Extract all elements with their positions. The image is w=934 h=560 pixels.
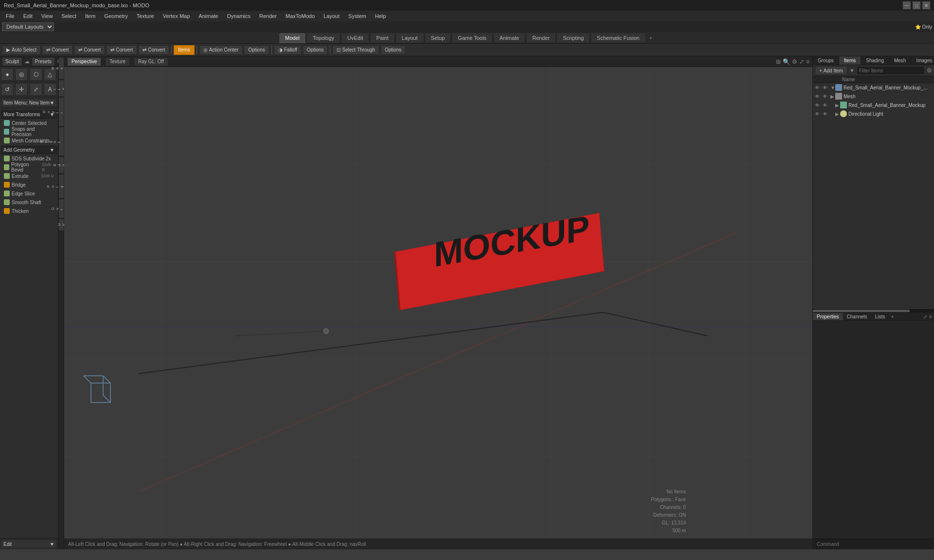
menu-vertex-map[interactable]: Vertex Map — [159, 12, 194, 20]
edge-slice-item[interactable]: Edge Slice — [1, 189, 57, 198]
right-tab-shading[interactable]: Shading — [861, 56, 889, 65]
rb-tab-lists[interactable]: Lists — [871, 313, 889, 320]
tree-item-3[interactable]: 👁 👁 ▶ Directional Light — [813, 109, 934, 118]
tab-render[interactable]: Render — [526, 33, 556, 43]
menu-item[interactable]: Item — [81, 12, 99, 20]
tab-layout[interactable]: Layout — [395, 33, 424, 43]
auto-select-button[interactable]: ▶ Auto Select — [2, 45, 41, 55]
vp-icon-grid[interactable]: ⊞ — [776, 58, 781, 65]
tool-icon-move[interactable]: ✛ — [15, 83, 28, 96]
add-tab-button[interactable]: + — [647, 34, 655, 42]
add-item-button[interactable]: + Add Item — [815, 66, 847, 75]
side-tab-item[interactable]: Item — [58, 80, 64, 97]
menu-help[interactable]: Help — [371, 12, 390, 20]
eye2-icon-1[interactable]: 👁 — [823, 94, 830, 99]
right-tab-items[interactable]: Items — [839, 56, 861, 65]
vp-tab-texture[interactable]: Texture — [105, 57, 130, 66]
sculpt-button[interactable]: Sculpt — [2, 57, 22, 66]
side-tab-uv[interactable]: UV — [58, 219, 64, 231]
falloff-button[interactable]: ◑ Falloff — [274, 45, 302, 55]
convert-button-3[interactable]: ⇄ Convert — [106, 45, 137, 55]
tab-animate[interactable]: Animate — [493, 33, 525, 43]
tool-icon-cone[interactable]: △ — [44, 68, 56, 81]
convert-button-4[interactable]: ⇄ Convert — [138, 45, 169, 55]
filter-items-input[interactable] — [857, 66, 925, 75]
expand-icon-0[interactable]: ▼ — [830, 85, 835, 90]
tool-icon-scale[interactable]: ⤢ — [30, 83, 42, 96]
select-through-options-button[interactable]: Options — [380, 45, 406, 55]
right-tab-mesh[interactable]: Mesh — [889, 56, 911, 65]
menu-render[interactable]: Render — [255, 12, 281, 20]
menu-animate[interactable]: Animate — [195, 12, 222, 20]
presets-button[interactable]: Presets — [32, 57, 55, 66]
close-button[interactable]: ✕ — [922, 1, 930, 9]
snaps-precision-item[interactable]: Snaps and Precision — [1, 127, 57, 136]
tab-topology[interactable]: Topology — [306, 33, 341, 43]
edit-dropdown[interactable]: Edit ▼ — [1, 540, 57, 548]
add-geometry-header[interactable]: Add Geometry ▼ — [1, 146, 57, 154]
expand-icon-3[interactable]: ▶ — [835, 111, 840, 117]
eye-icon-1[interactable]: 👁 — [815, 94, 823, 99]
side-tab-right-edit[interactable]: Right Edit — [58, 127, 64, 156]
command-input[interactable] — [817, 542, 930, 547]
tab-game-tools[interactable]: Game Tools — [451, 33, 493, 43]
viewport[interactable]: Perspective Texture Ray GL: Off ⊞ 🔍 ⚙ ⤢ … — [64, 56, 812, 549]
items-button[interactable]: Items — [174, 45, 194, 55]
tree-item-0[interactable]: 👁 👁 ▼ Red_Small_Aerial_Banner_Mockup_... — [813, 83, 934, 92]
vp-icon-expand[interactable]: ⤢ — [799, 58, 804, 65]
eye-icon-0[interactable]: 👁 — [815, 85, 823, 90]
vp-icon-menu[interactable]: ≡ — [806, 58, 809, 65]
tab-paint[interactable]: Paint — [370, 33, 395, 43]
tool-icon-torus[interactable]: ◎ — [15, 68, 28, 81]
falloff-options-button[interactable]: Options — [303, 45, 328, 55]
rb-tab-add[interactable]: + — [889, 313, 896, 320]
eye2-icon-2[interactable]: 👁 — [823, 103, 830, 108]
right-tab-groups[interactable]: Groups — [813, 56, 839, 65]
minimize-button[interactable]: ─ — [903, 1, 911, 9]
filter-icon[interactable]: ⚙ — [927, 67, 932, 74]
menu-dynamics[interactable]: Dynamics — [223, 12, 254, 20]
expand-icon-2[interactable]: ▶ — [835, 103, 840, 108]
vp-tab-raygl[interactable]: Ray GL: Off — [134, 57, 168, 66]
side-tab-basic[interactable]: Basic — [58, 57, 64, 79]
menu-system[interactable]: System — [344, 12, 370, 20]
rb-tab-channels[interactable]: Channels — [843, 313, 871, 320]
menu-layout[interactable]: Layout — [320, 12, 343, 20]
menu-geometry[interactable]: Geometry — [100, 12, 131, 20]
viewport-canvas[interactable]: MOCKUP — [64, 67, 812, 539]
tab-setup[interactable]: Setup — [425, 33, 451, 43]
smooth-shaft-item[interactable]: Smooth Shaft — [1, 198, 57, 207]
eye2-icon-0[interactable]: 👁 — [823, 85, 830, 90]
col-name-header[interactable]: Name — [842, 77, 932, 82]
eye-icon-3[interactable]: 👁 — [815, 111, 823, 117]
side-tab-curve[interactable]: Curve — [58, 199, 64, 218]
side-tab-edge[interactable]: Edge — [58, 157, 64, 174]
convert-button-2[interactable]: ⇄ Convert — [74, 45, 105, 55]
menu-file[interactable]: File — [2, 12, 18, 20]
menu-texture[interactable]: Texture — [133, 12, 158, 20]
add-item-arrow-icon[interactable]: ▼ — [849, 68, 855, 73]
select-through-button[interactable]: ⊡ Select Through — [332, 45, 379, 55]
menu-view[interactable]: View — [37, 12, 57, 20]
right-tab-images[interactable]: Images — [911, 56, 934, 65]
thicken-item[interactable]: Thicken — [1, 207, 57, 215]
eye-icon-2[interactable]: 👁 — [815, 103, 823, 108]
vp-icon-camera[interactable]: 🔍 — [783, 58, 790, 65]
action-options-button[interactable]: Options — [244, 45, 269, 55]
tab-schematic-fusion[interactable]: Schematic Fusion — [591, 33, 646, 43]
rb-menu-icon[interactable]: ≡ — [929, 314, 932, 319]
menu-select[interactable]: Select — [57, 12, 80, 20]
tool-icon-circle[interactable]: ● — [1, 68, 14, 81]
menu-edit[interactable]: Edit — [19, 12, 36, 20]
tree-item-2[interactable]: 👁 👁 ▶ Red_Small_Aerial_Banner_Mockup — [813, 101, 934, 109]
side-tab-polygon[interactable]: Polygon — [58, 174, 64, 198]
expand-icon-1[interactable]: ▶ — [830, 94, 835, 99]
tool-icon-cube[interactable]: ⬡ — [30, 68, 42, 81]
tree-item-1[interactable]: 👁 👁 ▶ Mesh — [813, 92, 934, 101]
vp-tab-perspective[interactable]: Perspective — [67, 57, 101, 66]
tool-icon-spin[interactable]: ↺ — [1, 83, 14, 96]
menu-maxtomodo[interactable]: MaxToModo — [282, 12, 319, 20]
extrude-item[interactable]: Extrude Shift-V — [1, 172, 57, 180]
polygon-bevel-item[interactable]: Polygon Bevel Shift-B — [1, 163, 57, 172]
eye2-icon-3[interactable]: 👁 — [823, 111, 830, 117]
